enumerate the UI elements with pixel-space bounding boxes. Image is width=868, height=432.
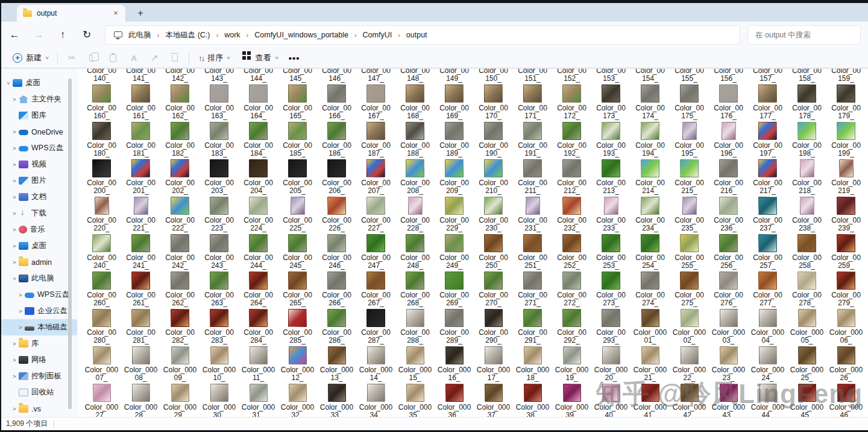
sidebar-item-[interactable]: >音乐: [1, 221, 77, 238]
file-item[interactable]: Color_00277_: [748, 270, 787, 307]
file-item[interactable]: Color_00283_: [200, 307, 239, 345]
sidebar-item-[interactable]: >库: [1, 335, 77, 352]
file-item[interactable]: Color_00291_: [513, 307, 552, 345]
file-item[interactable]: Color_00162_: [160, 83, 200, 120]
sidebar-item-[interactable]: >桌面: [1, 75, 77, 91]
file-item[interactable]: Color_00007_: [82, 345, 121, 382]
file-item[interactable]: Color_00143_: [200, 69, 239, 83]
file-item[interactable]: Color_00197_: [748, 120, 787, 157]
file-item[interactable]: Color_00155_: [670, 69, 709, 83]
sidebar-item-[interactable]: >桌面: [1, 238, 77, 254]
file-item[interactable]: Color_00226_: [317, 195, 356, 232]
file-item[interactable]: Color_00259_: [826, 232, 866, 270]
file-item[interactable]: Color_00161_: [121, 83, 160, 120]
file-item[interactable]: Color_00269_: [435, 270, 474, 307]
file-item[interactable]: Color_00220_: [82, 195, 121, 232]
file-item[interactable]: Color_00003_: [709, 307, 748, 345]
file-item[interactable]: Color_00181_: [121, 120, 160, 157]
address-bar[interactable]: 此电脑›本地磁盘 (C:)›work›ComfyUI_windows_porta…: [105, 25, 740, 45]
chevron-right-icon[interactable]: >: [11, 129, 18, 135]
file-item[interactable]: Color_00282_: [160, 307, 200, 345]
file-item[interactable]: Color_00207_: [356, 157, 395, 195]
file-item[interactable]: Color_00009_: [160, 345, 200, 382]
file-item[interactable]: Color_00276_: [709, 270, 748, 307]
refresh-button[interactable]: ↻: [77, 25, 96, 45]
file-item[interactable]: Color_00013_: [317, 345, 356, 382]
sidebar-scrollbar[interactable]: [68, 78, 72, 409]
file-item[interactable]: Color_00002_: [670, 307, 709, 345]
file-item[interactable]: Color_00010_: [200, 345, 239, 382]
file-item[interactable]: Color_00038_: [513, 382, 552, 417]
chevron-right-icon[interactable]: >: [17, 308, 24, 314]
file-item[interactable]: Color_00249_: [435, 232, 474, 270]
file-item[interactable]: Color_00221_: [121, 195, 160, 232]
file-item[interactable]: Color_00191_: [513, 120, 552, 157]
file-item[interactable]: Color_00254_: [631, 232, 670, 270]
file-item[interactable]: Color_00012_: [278, 345, 317, 382]
file-item[interactable]: Color_00287_: [356, 307, 395, 345]
file-item[interactable]: Color_00169_: [435, 83, 474, 120]
file-item[interactable]: Color_00218_: [787, 157, 826, 195]
file-item[interactable]: Color_00027_: [82, 382, 121, 417]
file-item[interactable]: Color_00163_: [200, 83, 239, 120]
more-options-button[interactable]: •••: [283, 50, 306, 66]
file-item[interactable]: Color_00275_: [670, 270, 709, 307]
file-item[interactable]: Color_00209_: [435, 157, 474, 195]
file-item[interactable]: Color_00182_: [160, 120, 200, 157]
file-item[interactable]: Color_00198_: [787, 120, 826, 157]
file-item[interactable]: Color_00261_: [121, 270, 160, 307]
file-item[interactable]: Color_00168_: [395, 83, 435, 120]
chevron-right-icon[interactable]: >: [11, 341, 18, 347]
file-item[interactable]: Color_00210_: [474, 157, 513, 195]
file-item[interactable]: Color_00189_: [435, 120, 474, 157]
chevron-right-icon[interactable]: >: [11, 162, 18, 168]
file-item[interactable]: Color_00238_: [787, 195, 826, 232]
file-item[interactable]: Color_00187_: [356, 120, 395, 157]
file-item[interactable]: Color_00268_: [395, 270, 435, 307]
chevron-right-icon[interactable]: >: [11, 373, 18, 380]
file-item[interactable]: Color_00279_: [826, 270, 866, 307]
file-item[interactable]: Color_00237_: [748, 195, 787, 232]
delete-icon[interactable]: [172, 55, 178, 62]
file-item[interactable]: Color_00232_: [552, 195, 591, 232]
file-item[interactable]: Color_00034_: [356, 382, 395, 417]
file-item[interactable]: Color_00185_: [278, 120, 317, 157]
sidebar-item-[interactable]: >主文件夹: [1, 91, 77, 107]
file-item[interactable]: Color_00029_: [160, 382, 200, 417]
forward-button[interactable]: →: [29, 25, 48, 45]
file-item[interactable]: Color_00211_: [513, 157, 552, 195]
file-item[interactable]: Color_00015_: [395, 345, 435, 382]
sidebar-item-[interactable]: >图片: [1, 173, 77, 189]
sidebar-item-[interactable]: >文档: [1, 189, 77, 205]
file-item[interactable]: Color_00186_: [317, 120, 356, 157]
sidebar-item-.vs[interactable]: >.vs: [1, 401, 77, 417]
breadcrumb-item[interactable]: output: [403, 28, 431, 42]
file-item[interactable]: Color_00233_: [591, 195, 631, 232]
file-item[interactable]: Color_00281_: [121, 307, 160, 345]
breadcrumb-item[interactable]: 此电脑: [125, 28, 155, 43]
sidebar-item-[interactable]: 回收站: [1, 384, 77, 401]
file-item[interactable]: Color_00178_: [787, 83, 826, 120]
file-item[interactable]: Color_00037_: [474, 382, 513, 417]
file-item[interactable]: Color_00175_: [670, 83, 709, 120]
chevron-right-icon[interactable]: >: [17, 325, 24, 331]
file-item[interactable]: Color_00274_: [631, 270, 670, 307]
file-item[interactable]: Color_00032_: [278, 382, 317, 417]
file-item[interactable]: Color_00150_: [474, 69, 513, 83]
file-item[interactable]: Color_00142_: [160, 69, 200, 83]
file-item[interactable]: Color_00229_: [435, 195, 474, 232]
file-item[interactable]: Color_00208_: [395, 157, 435, 195]
tab-close-icon[interactable]: ×: [111, 8, 121, 18]
file-item[interactable]: Color_00016_: [435, 345, 474, 382]
file-item[interactable]: Color_00202_: [160, 157, 200, 195]
file-item[interactable]: Color_00194_: [631, 120, 670, 157]
sidebar-item-[interactable]: >下载: [1, 205, 77, 221]
file-item[interactable]: Color_00270_: [474, 270, 513, 307]
sidebar-item-[interactable]: 图库: [1, 107, 77, 124]
file-item[interactable]: Color_00263_: [200, 270, 239, 307]
chevron-right-icon[interactable]: >: [11, 406, 18, 412]
file-item[interactable]: Color_00004_: [748, 307, 787, 345]
file-item[interactable]: Color_00246_: [317, 232, 356, 270]
file-item[interactable]: Color_00166_: [317, 83, 356, 120]
file-item[interactable]: Color_00147_: [356, 69, 395, 83]
